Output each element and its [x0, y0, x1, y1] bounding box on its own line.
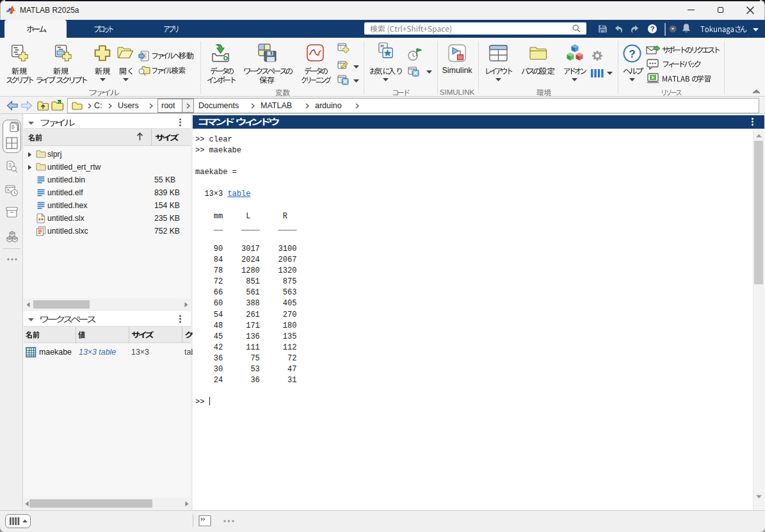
svg-text:?: ? — [650, 25, 655, 33]
svg-text:?: ? — [629, 48, 635, 60]
